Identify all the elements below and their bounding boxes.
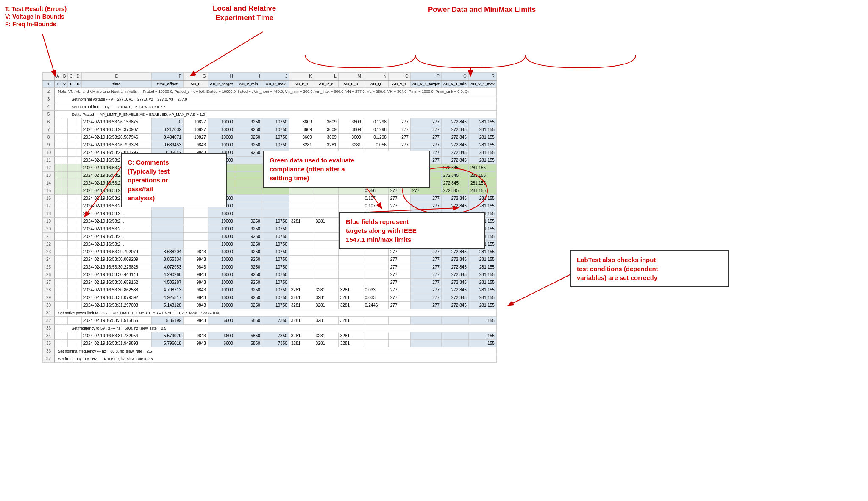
column-header-row: A B C D E F G H I J K L M N O P Q R xyxy=(43,73,497,80)
row-33: 33 Set frequency to 59 Hz --- hz = 59.0,… xyxy=(43,325,497,332)
row-12: 12 2024-02-19 16:53:2... 10000 0.056 277… xyxy=(43,164,497,172)
col-header-A: A xyxy=(55,73,61,80)
data-header-row: 1 T V F C time time_offset AC_P AC_P_tar… xyxy=(43,80,497,88)
col-header-I: I xyxy=(235,73,262,80)
row-3: 3 Set nominal voltage --- v = 277.0, v1 … xyxy=(43,95,497,103)
col-header-F: F xyxy=(151,73,183,80)
svg-line-1 xyxy=(191,32,263,76)
tvf-annotation: T: Test Result (Errors) V: Voltage In-Bo… xyxy=(5,5,67,28)
col-header-Q: Q xyxy=(441,73,468,80)
row-21: 21 2024-02-19 16:53:2... 10000 9250 1075… xyxy=(43,233,497,241)
row-30: 30 2024-02-19 16:53:31.297003 5.143128 9… xyxy=(43,302,497,309)
row-6: 6 2024-02-19 16:53:26.153875 0 10827 100… xyxy=(43,118,497,126)
row-15: 15 2024-02-19 16:53:2... 10000 0.056 277… xyxy=(43,187,497,195)
rownum-1: 1 xyxy=(43,80,55,88)
row-25: 25 2024-02-19 16:53:30.226828 4.072953 9… xyxy=(43,263,497,271)
col-header-M: M xyxy=(338,73,363,80)
header-v1t: AC_V_1_target xyxy=(410,80,441,88)
row-32: 32 2024-02-19 16:53:31.515865 5.36199 98… xyxy=(43,317,497,325)
header-p3: AC_P_3 xyxy=(338,80,363,88)
data-table: A B C D E F G H I J K L M N O P Q R xyxy=(42,72,497,363)
col-header-D: D xyxy=(75,73,81,80)
row-22: 22 2024-02-19 16:53:2... 10000 9250 1075… xyxy=(43,241,497,248)
row-20: 20 2024-02-19 16:53:2... 10000 9250 1075… xyxy=(43,225,497,233)
col-header-O: O xyxy=(388,73,410,80)
col-header-N: N xyxy=(363,73,388,80)
header-acp: AC_P xyxy=(183,80,208,88)
row-37: 37 Set frequency to 61 Hz --- hz = 61.0,… xyxy=(43,355,497,363)
header-v1min: AC_V_1_min xyxy=(441,80,468,88)
row-36: 36 Set nominal frequency --- hz = 60.0, … xyxy=(43,347,497,355)
header-offset: time_offset xyxy=(151,80,183,88)
header-V: V xyxy=(61,80,68,88)
row-8: 8 2024-02-19 16:53:26.587946 0.434071 10… xyxy=(43,134,497,141)
svg-line-0 xyxy=(42,34,55,76)
col-header-L: L xyxy=(314,73,338,80)
col-header-E: E xyxy=(81,73,151,80)
row-13: 13 2024-02-19 16:53:2... 10000 0.056 277… xyxy=(43,172,497,179)
row-18: 18 2024-02-19 16:53:2... 10000 0.107 277… xyxy=(43,210,497,218)
row-14: 14 2024-02-19 16:53:2... 10000 0.056 277… xyxy=(43,179,497,187)
row-31: 31 Set active power limit to 66% --- AP_… xyxy=(43,309,497,317)
row-2: 2 Note: VN, VL, and VH are Line-Neutral … xyxy=(43,88,497,95)
row-24: 24 2024-02-19 16:53:30.009209 3.855334 9… xyxy=(43,256,497,263)
row-10: 10 2024-02-19 16:53:27.010295 0.85642 98… xyxy=(43,149,497,157)
col-header-J: J xyxy=(262,73,289,80)
row-28: 28 2024-02-19 16:53:30.862588 4.708713 9… xyxy=(43,286,497,294)
col-header-K: K xyxy=(289,73,314,80)
row-27: 27 2024-02-19 16:53:30.659162 4.505287 9… xyxy=(43,279,497,286)
header-C: C xyxy=(75,80,81,88)
header-T: T xyxy=(55,80,61,88)
header-F: F xyxy=(68,80,75,88)
header-v1max: AC_V_1_max xyxy=(468,80,496,88)
row-9: 9 2024-02-19 16:53:26.793328 0.639453 98… xyxy=(43,141,497,149)
local-relative-annotation: Local and Relative Experiment Time xyxy=(213,4,276,22)
header-time: time xyxy=(81,80,151,88)
col-header-P: P xyxy=(410,73,441,80)
col-header-rownum xyxy=(43,73,55,80)
col-header-B: B xyxy=(61,73,68,80)
row-23: 23 2024-02-19 16:53:29.792079 3.638204 9… xyxy=(43,248,497,256)
header-min: AC_P_min xyxy=(235,80,262,88)
row-11: 11 2024-02-19 16:53:2... 10000 0.056 277… xyxy=(43,157,497,164)
row-4: 4 Set nominal frequency --- hz = 60.0, h… xyxy=(43,103,497,111)
spreadsheet: A B C D E F G H I J K L M N O P Q R xyxy=(42,72,860,363)
header-acq: AC_Q xyxy=(363,80,388,88)
col-header-C: C xyxy=(68,73,75,80)
row-7: 7 2024-02-19 16:53:26.370907 0.217032 10… xyxy=(43,126,497,134)
col-header-R: R xyxy=(468,73,496,80)
header-p1: AC_P_1 xyxy=(289,80,314,88)
row-34: 34 2024-02-19 16:53:31.732954 5.579079 9… xyxy=(43,332,497,340)
header-max: AC_P_max xyxy=(262,80,289,88)
row-16: 16 2024-02-19 16:53:2... 10000 0.107 277… xyxy=(43,195,497,202)
col-header-H: H xyxy=(208,73,235,80)
col-header-G: G xyxy=(183,73,208,80)
row-29: 29 2024-02-19 16:53:31.079392 4.925517 9… xyxy=(43,294,497,302)
header-target: AC_P_target xyxy=(208,80,235,88)
row-26: 26 2024-02-19 16:53:30.444143 4.290268 9… xyxy=(43,271,497,279)
row-5: 5 Set to Prated --- AP_LIMIT_P_ENABLE-AS… xyxy=(43,111,497,118)
power-data-annotation: Power Data and Min/Max Limits xyxy=(428,5,536,14)
row-17: 17 2024-02-19 16:53:2... 10000 0.107 277… xyxy=(43,202,497,210)
row-35: 35 2024-02-19 16:53:31.949893 5.796018 9… xyxy=(43,340,497,347)
header-acv1: AC_V_1 xyxy=(388,80,410,88)
header-p2: AC_P_2 xyxy=(314,80,338,88)
row-19: 19 2024-02-19 16:53:2... 10000 9250 1075… xyxy=(43,218,497,225)
